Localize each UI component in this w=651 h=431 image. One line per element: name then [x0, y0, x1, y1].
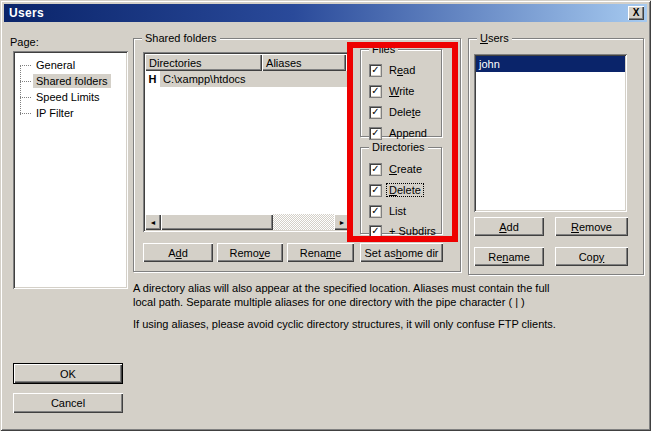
directories-list: Directories Aliases H C:\xampp\htdocs ◄ … [143, 52, 352, 232]
add-directory-button[interactable]: Add [143, 243, 213, 262]
directories-list-header: Directories Aliases [145, 54, 350, 71]
sidebar-item-general[interactable]: General [16, 57, 125, 73]
scrollbar-thumb[interactable] [161, 214, 273, 230]
arrow-left-icon: ◄ [150, 219, 157, 226]
copy-user-button[interactable]: Copy [555, 247, 628, 266]
remove-user-button[interactable]: Remove [555, 217, 628, 236]
window-title: Users [4, 6, 44, 20]
users-list: john [474, 54, 627, 212]
page-tree: General Shared folders Speed Limits IP F… [13, 51, 128, 289]
tree-branch-icon [20, 97, 31, 98]
rename-user-button[interactable]: Rename [474, 247, 544, 266]
tree-branch-icon [20, 113, 31, 114]
add-user-button[interactable]: Add [474, 217, 544, 236]
directory-path: C:\xampp\htdocs [160, 71, 350, 87]
arrow-right-icon: ► [339, 219, 346, 226]
cancel-button[interactable]: Cancel [13, 393, 123, 413]
users-dialog: Users X Page: General Shared folders Spe… [0, 0, 651, 431]
ok-button[interactable]: OK [13, 363, 123, 384]
shared-folders-group-label: Shared folders [142, 32, 220, 45]
sidebar-item-speed-limits[interactable]: Speed Limits [16, 89, 125, 105]
scrollbar-track[interactable] [273, 214, 334, 230]
page-label: Page: [10, 36, 39, 48]
directories-list-body: H C:\xampp\htdocs [145, 71, 350, 214]
close-button[interactable]: X [628, 6, 644, 20]
scroll-left-button[interactable]: ◄ [145, 214, 161, 230]
sidebar-item-ip-filter[interactable]: IP Filter [16, 105, 125, 121]
alias-help-paragraph-2: If using aliases, please avoid cyclic di… [133, 317, 557, 331]
users-group-label: Users [477, 32, 512, 45]
set-as-home-dir-button[interactable]: Set as home dir [360, 243, 443, 262]
tree-branch-icon [20, 65, 31, 66]
horizontal-scrollbar: ◄ ► [145, 214, 350, 230]
annotation-red-box [347, 42, 458, 242]
remove-directory-button[interactable]: Remove [217, 243, 283, 262]
column-header-aliases[interactable]: Aliases [262, 54, 346, 71]
column-header-directories[interactable]: Directories [145, 54, 262, 71]
title-bar[interactable]: Users [4, 4, 647, 22]
directory-row[interactable]: H C:\xampp\htdocs [145, 71, 350, 87]
close-icon: X [633, 8, 640, 18]
rename-directory-button[interactable]: Rename [287, 243, 354, 262]
home-dir-marker: H [145, 73, 160, 85]
alias-help-paragraph-1: A directory alias will also appear at th… [133, 281, 557, 309]
user-list-item[interactable]: john [476, 56, 625, 72]
tree-branch-icon [20, 81, 31, 82]
alias-help-text: A directory alias will also appear at th… [133, 281, 557, 331]
sidebar-item-shared-folders[interactable]: Shared folders [16, 73, 125, 89]
